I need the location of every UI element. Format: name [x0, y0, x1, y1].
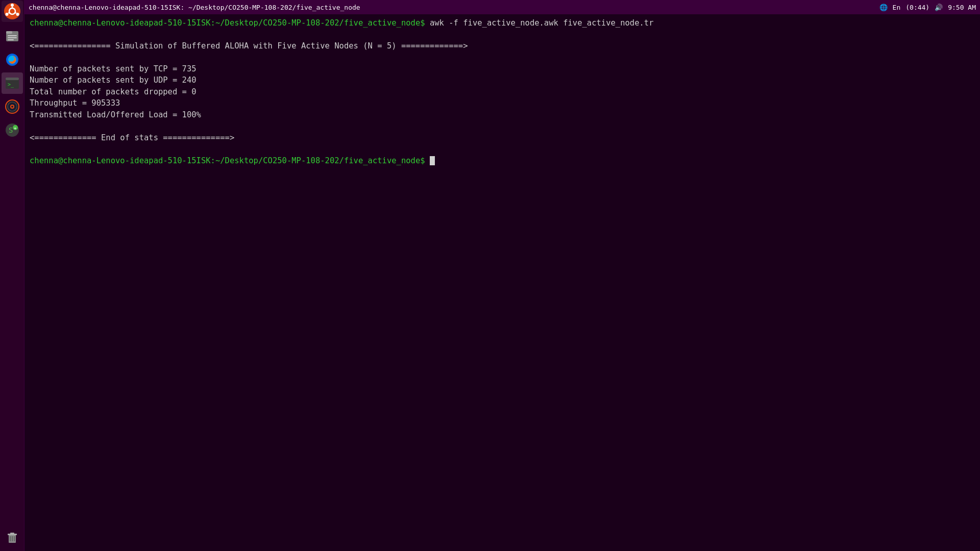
terminal-title-text: chenna@chenna-Lenovo-ideapad-510-15ISK: … — [29, 4, 879, 11]
svg-point-3 — [16, 13, 19, 16]
cursor-space — [425, 156, 430, 165]
svg-point-21 — [11, 106, 13, 108]
new-prompt-line: chenna@chenna-Lenovo-ideapad-510-15ISK:~… — [30, 155, 975, 166]
terminal-content[interactable]: chenna@chenna-Lenovo-ideapad-510-15ISK:~… — [24, 14, 980, 551]
sidebar-icon-terminal[interactable]: >_ — [2, 72, 23, 94]
clock: 9:50 AM — [948, 4, 976, 11]
sidebar-icon-files[interactable] — [2, 26, 23, 47]
svg-rect-12 — [8, 39, 14, 40]
firefox-icon — [5, 52, 20, 67]
svg-text:>_: >_ — [8, 82, 14, 88]
lang-indicator: En — [893, 4, 901, 11]
terminal-title-bar: chenna@chenna-Lenovo-ideapad-510-15ISK: … — [24, 0, 980, 14]
network-icon: 🌐 — [879, 4, 888, 11]
sidebar-icon-ubuntu-home[interactable] — [2, 1, 23, 22]
command-text: awk -f five_active_node.awk five_active_… — [425, 18, 654, 28]
separator-line-1: <================ Simulation of Buffered… — [30, 40, 975, 52]
svg-rect-16 — [6, 78, 19, 80]
sidebar-icon-firefox[interactable] — [2, 49, 23, 70]
svg-text:+: + — [14, 126, 17, 131]
separator-line-2: <============= End of stats ============… — [30, 132, 975, 143]
svg-text:S: S — [9, 126, 13, 134]
volume-icon: 🔊 — [935, 4, 943, 11]
terminal-cursor — [430, 156, 435, 165]
software-center-icon: S + — [5, 122, 20, 138]
terminal-icon: >_ — [5, 76, 20, 91]
output-udp: Number of packets sent by UDP = 240 — [30, 74, 975, 86]
svg-rect-29 — [10, 533, 14, 534]
svg-line-6 — [15, 13, 16, 14]
output-tcp: Number of packets sent by TCP = 735 — [30, 63, 975, 74]
output-throughput: Throughput = 905333 — [30, 97, 975, 109]
svg-point-2 — [11, 4, 14, 7]
prompt-path: ~/Desktop/CO250-MP-108-202/five_active_n… — [215, 18, 420, 28]
svg-point-4 — [5, 13, 8, 16]
svg-rect-10 — [8, 35, 17, 36]
new-prompt-dollar: $ — [420, 156, 425, 165]
sidebar-bottom — [0, 527, 24, 551]
new-prompt-path: ~/Desktop/CO250-MP-108-202/five_active_n… — [215, 156, 420, 165]
sidebar-icon-trash[interactable] — [2, 527, 23, 548]
new-prompt-user-host: chenna@chenna-Lenovo-ideapad-510-15ISK — [30, 156, 211, 165]
sidebar-icon-rhythmbox[interactable] — [2, 96, 23, 117]
rhythmbox-icon — [5, 99, 20, 114]
prompt-user-host: chenna@chenna-Lenovo-ideapad-510-15ISK — [30, 18, 211, 28]
new-prompt-sep: : — [211, 156, 215, 165]
battery-status: (0:44) — [905, 4, 929, 11]
ubuntu-logo-icon — [4, 3, 21, 20]
sidebar-top: >_ S + — [0, 0, 24, 141]
sidebar: >_ S + — [0, 0, 24, 551]
terminal-window: chenna@chenna-Lenovo-ideapad-510-15ISK: … — [24, 0, 980, 551]
sidebar-icon-software[interactable]: S + — [2, 119, 23, 141]
svg-rect-9 — [6, 31, 12, 34]
output-dropped: Total number of packets dropped = 0 — [30, 86, 975, 97]
svg-line-7 — [8, 13, 9, 14]
command-line: chenna@chenna-Lenovo-ideapad-510-15ISK:~… — [30, 17, 975, 29]
output-load: Transmitted Load/Offered Load = 100% — [30, 109, 975, 120]
files-icon — [5, 29, 20, 44]
trash-icon — [5, 531, 19, 545]
svg-rect-11 — [8, 37, 17, 38]
prompt-separator1: : — [211, 18, 215, 28]
prompt-dollar: $ — [420, 18, 425, 28]
